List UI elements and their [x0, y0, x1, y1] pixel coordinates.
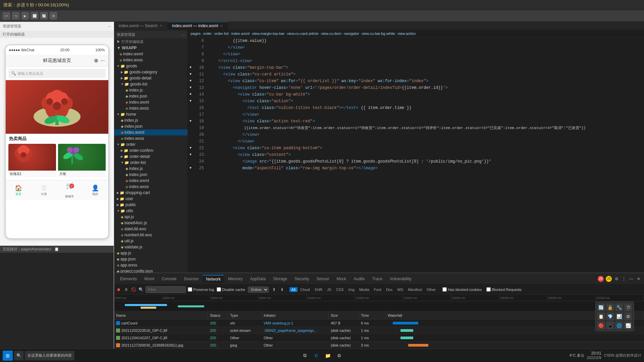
popup-icon-11[interactable]: 🌐	[615, 321, 623, 329]
tree-item-goods[interactable]: ▼ 📁 goods	[114, 63, 187, 69]
devtools-clear-btn[interactable]: 🚫	[131, 287, 136, 292]
search-taskbar[interactable]: 🔍	[14, 351, 23, 360]
tab-close-active[interactable]: ✕	[220, 24, 223, 28]
filter-tab-img[interactable]: Img	[346, 287, 357, 292]
devtools-tab-elements[interactable]: Elements	[117, 275, 140, 283]
disable-cache-label[interactable]: Disable cache	[217, 287, 245, 292]
settings-icon[interactable]: ⚙	[334, 351, 344, 360]
code-editor[interactable]: 6 {{item.value}} 7 </view> 8 </view>	[188, 38, 644, 273]
tree-item-goods-list[interactable]: ▼ 📁 goods-list	[114, 81, 187, 87]
devtools-stop-btn[interactable]: ⏸	[123, 287, 129, 292]
popup-icon-12[interactable]: 📈	[624, 321, 632, 329]
popup-icon-5[interactable]: 📋	[597, 312, 605, 320]
tree-item-appwxss[interactable]: ◈ app.wxss	[114, 262, 187, 268]
toolbar-btn-6[interactable]: ⚙	[50, 12, 57, 19]
tree-item-home-json[interactable]: ◈ index.json	[114, 123, 187, 129]
editor-tab-search[interactable]: index.wxml — Search ✕	[114, 22, 167, 29]
filter-tab-cloud[interactable]: Cloud	[298, 287, 312, 292]
devtools-tab-appdata[interactable]: AppData	[247, 275, 269, 283]
popup-icon-9[interactable]: 🔴	[597, 321, 605, 329]
wechat-share-btn[interactable]: ⊕	[94, 57, 98, 64]
popup-icon-2[interactable]: 🔒	[606, 303, 614, 311]
tree-item-ol-json[interactable]: ◈ index.json	[114, 172, 187, 178]
wechat-product-roses[interactable]: 玫瑰花1	[8, 144, 56, 177]
tree-item-goods-category[interactable]: ▶ 📁 goods-category	[114, 69, 187, 75]
filter-tab-js[interactable]: JS	[325, 287, 333, 292]
tree-item-order-detail[interactable]: ▶ 📁 order-detail	[114, 154, 187, 160]
disable-cache-checkbox[interactable]	[217, 287, 221, 292]
resource-manager-menu[interactable]: ···	[108, 24, 111, 28]
tree-item-user[interactable]: ▶ 📁 user	[114, 196, 187, 202]
toolbar-btn-5[interactable]: 🔄	[40, 12, 48, 19]
tree-item-order-list[interactable]: ▼ 📁 order-list	[114, 160, 187, 166]
devtools-tab-storage[interactable]: Storage	[270, 275, 290, 283]
open-editors-tree[interactable]: ▶ 打开的编辑器	[114, 39, 187, 45]
toolbar-btn-3[interactable]: ▶	[21, 12, 29, 19]
wxapp-folder[interactable]: ▼ WXAPP	[114, 45, 187, 51]
wechat-nav-category[interactable]: ☰ 分类	[31, 180, 57, 200]
tree-item-ol-js[interactable]: ◈ index.js	[114, 166, 187, 172]
wechat-nav-cart[interactable]: 🛒 2 购物车	[57, 180, 83, 200]
filter-tab-manifest[interactable]: Manifest	[406, 287, 424, 292]
tree-item-base64src[interactable]: ◈ base64src.js	[114, 220, 187, 226]
bc-index-wxml[interactable]: index.wxml	[231, 32, 249, 36]
tree-item-ol-wxss[interactable]: ◈ index.wxss	[114, 184, 187, 190]
taskbar-search-field[interactable]: 在这里输入你要搜索的内容	[25, 351, 74, 360]
wechat-menu-btn[interactable]: ···	[100, 58, 105, 64]
toolbar-btn-2[interactable]: ↪	[12, 12, 19, 19]
edge-icon[interactable]: e	[312, 351, 321, 360]
tree-item-dateutil[interactable]: ◈ dateUtil.wxs	[114, 226, 187, 232]
tree-item-shopping-cart[interactable]: ▶ 📁 shopping-cart	[114, 190, 187, 196]
file-explorer-icon[interactable]: 📁	[323, 351, 332, 360]
wechat-nav-profile[interactable]: 👤 我的	[83, 180, 108, 200]
toolbar-btn-4[interactable]: ⬜	[31, 12, 38, 19]
bc-view-cu-card[interactable]: view.cu-card.article	[287, 32, 319, 36]
popup-icon-8[interactable]: ⚙	[624, 312, 632, 320]
bc-pages[interactable]: pages	[191, 32, 201, 36]
network-row-3[interactable]: 20211204142207_OIP-C.jfif 200 Other Othe…	[114, 334, 644, 342]
tree-item-projectconfig[interactable]: ◈ project.config.json	[114, 268, 187, 273]
filter-tab-other[interactable]: Other	[425, 287, 438, 292]
col-header-initiator[interactable]: Initiator	[262, 311, 329, 319]
popup-icon-1[interactable]: 🔄	[597, 303, 605, 311]
bc-view-action[interactable]: view.action	[398, 32, 416, 36]
devtools-tab-memory[interactable]: Memory	[225, 275, 246, 283]
tree-item-util[interactable]: ◈ util.js	[114, 238, 187, 244]
taskview-btn[interactable]: ⧉	[300, 351, 310, 360]
tree-item-home-wxml-selected[interactable]: ◈ index.wxml	[114, 129, 187, 135]
devtools-minimize-btn[interactable]: —	[629, 276, 634, 282]
network-row-2[interactable]: 20211202223516_OIP-C.jfif 200 octet-stre…	[114, 327, 644, 334]
tree-item-goods-detail[interactable]: ▶ 📁 goods-detail	[114, 75, 187, 81]
devtools-settings-btn[interactable]: ⚙	[614, 276, 619, 282]
popup-icon-6[interactable]: 💎	[606, 312, 614, 320]
wechat-product-lily[interactable]: 月菊	[58, 144, 106, 177]
filter-tab-font[interactable]: Font	[372, 287, 383, 292]
tree-item-gl-wxss[interactable]: ◈ index.wxss	[114, 105, 187, 111]
devtools-more-btn[interactable]: ⋮	[621, 276, 627, 282]
tree-item-validate[interactable]: ◈ validate.js	[114, 244, 187, 250]
tab-close-search[interactable]: ✕	[160, 24, 162, 27]
devtools-tab-wxml[interactable]: Wxml	[141, 275, 158, 283]
tree-item-gl-wxml[interactable]: ◈ index.wxml	[114, 99, 187, 105]
filter-tab-doc[interactable]: Doc	[384, 287, 395, 292]
devtools-tab-mock[interactable]: Mock	[333, 275, 350, 283]
popup-icon-10[interactable]: 📱	[606, 321, 614, 329]
tree-item-appjson[interactable]: ◈ app.json	[114, 256, 187, 262]
tree-item-public[interactable]: ▶ 📁 public	[114, 202, 187, 208]
open-editors-label[interactable]: 打开的编辑器	[0, 31, 114, 38]
devtools-tab-network[interactable]: Network	[203, 275, 224, 283]
editor-tab-active[interactable]: index.wxml — index.wxml ✕	[167, 22, 228, 29]
devtools-download-btn[interactable]: ⬇	[279, 287, 285, 292]
devtools-tab-security[interactable]: Security	[291, 275, 312, 283]
popup-icon-4[interactable]: ⏱	[624, 303, 632, 311]
col-header-size[interactable]: Size	[329, 311, 359, 319]
filter-tab-media[interactable]: Media	[357, 287, 371, 292]
file-tree-menu[interactable]: ···	[182, 33, 185, 37]
tree-item-home-wxss[interactable]: ◈ index.wxss	[114, 135, 187, 141]
network-row-4[interactable]: 20211127200030_1636891828(1).jpg 200 jpe…	[114, 342, 644, 349]
tree-item-home[interactable]: ▼ 📁 home	[114, 111, 187, 117]
tree-item-appjs[interactable]: ◈ app.js	[114, 250, 187, 256]
has-blocked-cookies-label[interactable]: Has blocked cookies	[442, 287, 482, 292]
devtools-search-btn[interactable]: 🔍	[138, 287, 144, 292]
tree-item-gl-js[interactable]: ◈ index.js	[114, 87, 187, 93]
